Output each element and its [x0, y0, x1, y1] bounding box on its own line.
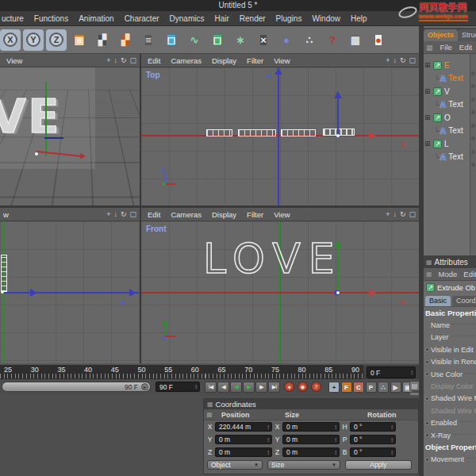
axis-z-lock-button[interactable]: Z	[46, 29, 67, 51]
viewport-control-icon[interactable]: ▢	[409, 210, 416, 218]
attribute-row[interactable]: Movement	[424, 454, 476, 466]
child-object-name[interactable]: Text	[448, 152, 463, 161]
menu-item[interactable]: Help	[351, 14, 367, 23]
expand-toggle-icon[interactable]: ⊞	[424, 140, 432, 148]
visibility-dot[interactable]	[471, 71, 475, 75]
viewport-control-icon[interactable]: +	[386, 56, 390, 64]
menu-item[interactable]: Plugins	[276, 14, 302, 23]
viewport-menu-item[interactable]: Cameras	[171, 56, 202, 65]
size-field[interactable]: 0 m↕	[282, 435, 340, 444]
tab-structure[interactable]: Struc	[458, 29, 476, 41]
viewport-menu-partial[interactable]: w	[3, 210, 9, 219]
add-environment-object-button[interactable]: ●	[276, 29, 297, 51]
viewport-perspective-canvas[interactable]: VE	[0, 67, 140, 205]
letter-l-top-profile[interactable]	[206, 129, 232, 136]
next-frame-button[interactable]: ▶	[255, 382, 267, 393]
stepper-icon[interactable]: ↕	[334, 436, 337, 443]
viewport-menu-item[interactable]: Display	[212, 56, 236, 65]
viewport-control-icon[interactable]: ↻	[121, 56, 127, 64]
attribute-row[interactable]: Basic Properti	[424, 307, 476, 319]
viewport-top-label[interactable]: Top	[146, 71, 160, 79]
coordinates-title[interactable]: ▦ Coordinates	[204, 399, 418, 409]
keyframe-dot-icon[interactable]	[425, 372, 429, 376]
render-picture-viewer-button[interactable]: ▞	[115, 29, 136, 51]
stepper-icon[interactable]: ↕	[334, 424, 337, 431]
add-array-object-button[interactable]: ∗	[230, 29, 251, 51]
object-tree-child-item[interactable]: └ A Text	[424, 151, 470, 164]
keyframe-dot-icon[interactable]	[425, 421, 429, 425]
object-name[interactable]: L	[444, 140, 449, 148]
record-keyframe-button[interactable]: ●	[284, 382, 294, 392]
record-scale-toggle[interactable]: F	[341, 382, 352, 393]
coordinate-system-button[interactable]: ▣	[69, 29, 90, 51]
viewport-menu-item[interactable]: View	[274, 210, 290, 219]
menu-item[interactable]: Render	[240, 14, 266, 23]
viewport-menu-item[interactable]: Edit	[148, 210, 160, 219]
menu-item[interactable]: ucture	[2, 14, 24, 23]
viewport-vertical-splitter[interactable]	[140, 54, 141, 363]
visibility-dot[interactable]	[471, 163, 475, 167]
goto-end-button[interactable]: ▶I	[268, 382, 280, 393]
online-updater-button[interactable]: ●	[368, 29, 389, 51]
visibility-dot[interactable]	[471, 84, 475, 88]
help-button[interactable]: ?	[322, 29, 343, 51]
viewport-control-icon[interactable]: ▢	[129, 56, 136, 64]
attribute-row[interactable]: Name	[424, 319, 476, 331]
attribute-row[interactable]: Layer	[424, 332, 476, 344]
viewport-right-canvas[interactable]: Z	[0, 221, 140, 363]
visibility-dot[interactable]	[471, 150, 475, 154]
position-field[interactable]: 0 m↕	[215, 435, 272, 444]
viewport-right[interactable]: w +↓↻▢ Z	[0, 208, 140, 363]
viewport-front[interactable]: EditCamerasDisplayFilterView +↓↻▢ Front …	[141, 208, 419, 363]
viewport-menu-item[interactable]: Display	[212, 210, 236, 219]
menu-item[interactable]: Dynamics	[170, 14, 205, 23]
play-backwards-button[interactable]: ◀	[230, 382, 242, 393]
menu-item[interactable]: Window	[312, 14, 340, 23]
stepper-icon[interactable]: ↕	[390, 449, 393, 456]
apply-button[interactable]: Apply	[345, 460, 412, 470]
object-tree-item[interactable]: ⊞ ↗ L	[424, 137, 470, 151]
object-name[interactable]: E	[444, 61, 450, 70]
stepper-icon[interactable]: ↕	[334, 449, 337, 456]
object-tree-item[interactable]: ⊞ ↗ O	[424, 111, 470, 125]
object-manager-menu-edit[interactable]: Edit	[459, 43, 472, 52]
stepper-icon[interactable]: ↕	[194, 383, 198, 390]
size-mode-dropdown[interactable]: Size ▼	[267, 460, 340, 470]
content-browser-button[interactable]: ▦	[345, 29, 366, 51]
tab-coordinates[interactable]: Coord.	[452, 296, 476, 306]
record-pla-toggle[interactable]: ∴	[378, 382, 389, 393]
axis-x-lock-button[interactable]: X	[0, 29, 21, 51]
object-name[interactable]: V	[444, 87, 450, 96]
attribute-row[interactable]: Visible in Rend	[424, 356, 476, 368]
object-tree-child-item[interactable]: └ A Text	[424, 125, 470, 138]
visibility-dot[interactable]	[471, 124, 475, 128]
attributes-menu-edit[interactable]: Edit	[463, 270, 476, 278]
add-deformer-object-button[interactable]: ×	[253, 29, 274, 51]
rotation-field[interactable]: 0 °↕	[350, 422, 396, 432]
expand-toggle-icon[interactable]: ⊞	[424, 88, 432, 95]
child-object-name[interactable]: Text	[448, 100, 463, 109]
viewport-front-label[interactable]: Front	[146, 225, 167, 233]
viewport-top[interactable]: EditCamerasDisplayFilterView +↓↻▢ Top Z …	[141, 54, 419, 205]
stepper-icon[interactable]: ↕	[390, 436, 393, 443]
viewport-front-canvas[interactable]: X LOVE	[141, 221, 419, 363]
add-cube-object-button[interactable]: ◻	[161, 29, 182, 51]
viewport-control-icon[interactable]: ▢	[129, 210, 136, 218]
viewport-menu-item[interactable]: Filter	[247, 56, 263, 65]
menu-item[interactable]: Character	[125, 14, 159, 23]
attribute-row[interactable]: Enabled	[424, 417, 476, 429]
axis-y-lock-button[interactable]: Y	[23, 29, 44, 51]
viewport-menu-item[interactable]: Edit	[148, 56, 160, 65]
play-forwards-button[interactable]: ▶	[243, 382, 255, 393]
render-settings-button[interactable]: ≡	[138, 29, 159, 51]
keyframe-dot-icon[interactable]	[425, 458, 429, 462]
viewport-control-icon[interactable]: ↻	[400, 210, 406, 218]
viewport-menu-item[interactable]: Filter	[247, 210, 263, 219]
attribute-row[interactable]: Shaded Wire C	[424, 405, 476, 416]
viewport-horizontal-splitter[interactable]	[0, 205, 419, 208]
object-tree-child-item[interactable]: └ A Text	[424, 98, 470, 112]
child-object-name[interactable]: Text	[448, 74, 463, 83]
love-outline-letters[interactable]: LOVE	[203, 237, 343, 281]
stepper-icon[interactable]: ↕	[410, 369, 413, 376]
render-view-button[interactable]: ▞	[92, 29, 113, 51]
